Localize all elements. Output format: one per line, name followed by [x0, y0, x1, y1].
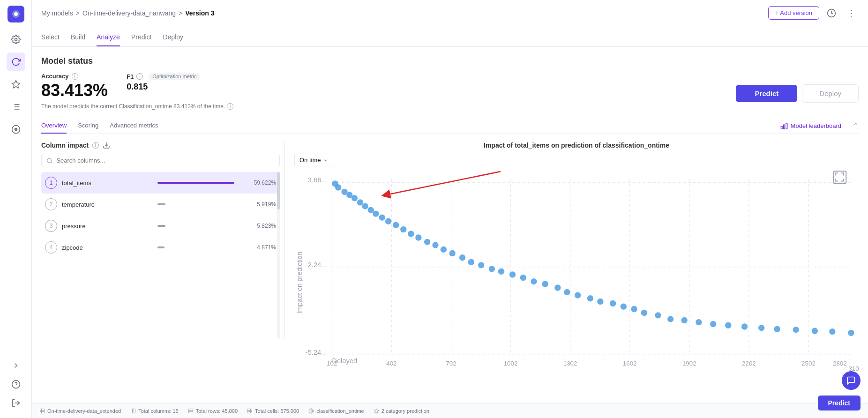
svg-point-66 [424, 239, 430, 245]
column-name-2: temperature [62, 201, 153, 208]
column-list: 1 total_items 59.622% 2 temperature [41, 172, 280, 338]
sidebar-item-list[interactable] [7, 97, 25, 116]
sidebar-item-automl[interactable] [7, 52, 25, 71]
column-name-4: zipcode [62, 244, 153, 251]
add-version-button[interactable]: + Add version [768, 6, 819, 20]
svg-point-3 [15, 38, 17, 41]
chart-panel: Impact of total_items on prediction of c… [285, 142, 859, 338]
column-impact-title: Column impact i [41, 142, 280, 149]
svg-point-95 [758, 325, 764, 331]
scrollbar-track [277, 172, 280, 338]
svg-text:2202: 2202 [742, 360, 756, 367]
svg-point-87 [641, 310, 647, 316]
f1-label: F1 [127, 73, 134, 80]
sidebar-bottom [7, 356, 25, 412]
column-bar-2-container [157, 203, 248, 205]
svg-point-65 [415, 234, 421, 240]
svg-text:402: 402 [386, 360, 397, 367]
analysis-tab-advanced[interactable]: Advanced metrics [110, 118, 158, 134]
search-input[interactable] [56, 157, 275, 164]
svg-point-98 [812, 328, 818, 334]
accuracy-label: Accuracy [41, 73, 69, 80]
svg-point-56 [357, 199, 363, 205]
column-impact-panel: Column impact i 1 total_items [41, 142, 285, 338]
svg-point-83 [597, 299, 603, 305]
analysis-tab-overview[interactable]: Overview [41, 118, 67, 134]
sidebar-item-star[interactable] [7, 75, 25, 94]
svg-point-57 [362, 203, 368, 209]
svg-point-52 [335, 184, 341, 190]
breadcrumb-models[interactable]: My models [41, 9, 73, 17]
chart-title: Impact of total_items on prediction of c… [294, 142, 859, 149]
top-action-buttons: Predict Deploy [736, 84, 859, 103]
svg-point-58 [368, 207, 374, 213]
svg-point-100 [848, 330, 854, 336]
sidebar-item-record[interactable] [7, 120, 25, 139]
target-icon [308, 408, 314, 414]
svg-point-55 [352, 195, 358, 201]
more-menu-button[interactable]: ⋮ [844, 6, 859, 21]
tab-select[interactable]: Select [41, 29, 60, 46]
column-impact-info-icon[interactable]: i [92, 142, 99, 149]
analysis-tab-scoring[interactable]: Scoring [78, 118, 98, 134]
predict-button-main[interactable]: Predict [736, 85, 797, 102]
download-icon[interactable] [103, 142, 110, 149]
column-pct-2: 5.919% [253, 201, 276, 208]
column-item[interactable]: 4 zipcode 4.871% [41, 237, 280, 258]
column-num-1: 1 [45, 177, 57, 189]
column-item[interactable]: 3 pressure 5.823% [41, 215, 280, 237]
svg-point-64 [408, 231, 414, 237]
svg-text:1602: 1602 [623, 360, 637, 367]
sidebar [0, 0, 32, 418]
tab-build[interactable]: Build [71, 29, 85, 46]
sidebar-item-logout[interactable] [7, 394, 25, 412]
metrics-row: Accuracy i 83.413% F1 i Optimization met… [41, 73, 233, 100]
chart-svg: 3.66... -2.24... -5.24... Impact on pred… [294, 169, 859, 371]
column-bar-1 [157, 182, 234, 184]
panels-row: Column impact i 1 total_items [41, 142, 859, 338]
accuracy-info-icon[interactable]: i [72, 73, 78, 80]
svg-point-62 [393, 222, 399, 228]
history-button[interactable] [824, 6, 839, 21]
chat-button[interactable] [842, 371, 861, 390]
svg-point-89 [667, 316, 673, 322]
columns-icon [130, 408, 136, 414]
model-description: The model predicts the correct Classific… [41, 103, 233, 110]
svg-point-69 [449, 250, 455, 256]
tab-analyze[interactable]: Analyze [97, 29, 120, 46]
column-bar-4-container [157, 246, 248, 248]
chart-dropdown-button[interactable]: On time [294, 154, 333, 166]
svg-point-72 [478, 262, 484, 268]
svg-text:1302: 1302 [563, 360, 577, 367]
svg-point-96 [774, 326, 780, 332]
svg-point-70 [459, 254, 465, 261]
tab-deploy[interactable]: Deploy [163, 29, 183, 46]
deploy-button-main[interactable]: Deploy [802, 84, 859, 103]
svg-point-91 [696, 319, 702, 325]
svg-point-90 [681, 317, 687, 323]
predict-button-footer[interactable]: Predict [818, 396, 861, 411]
model-leaderboard-link[interactable]: Model leaderboard [780, 122, 841, 130]
column-bar-3-container [157, 225, 248, 227]
svg-rect-112 [188, 409, 193, 413]
f1-info-icon[interactable]: i [136, 73, 143, 80]
svg-point-59 [373, 210, 379, 216]
model-status-title: Model status [41, 56, 233, 66]
sidebar-item-settings[interactable] [7, 30, 25, 49]
sidebar-item-expand[interactable] [7, 356, 25, 375]
chart-area: 3.66... -2.24... -5.24... Impact on pred… [294, 169, 859, 371]
column-item[interactable]: 2 temperature 5.919% [41, 194, 280, 215]
svg-rect-115 [248, 409, 252, 413]
status-columns: Total columns: 15 [130, 408, 179, 414]
svg-text:Impact on prediction: Impact on prediction [296, 252, 303, 314]
optimization-badge: Optimization metric [149, 73, 200, 80]
breadcrumb-dataset[interactable]: On-time-delivery-data_nanwang [82, 9, 176, 17]
svg-rect-109 [131, 409, 135, 413]
scrollbar-thumb[interactable] [277, 172, 280, 209]
desc-info-icon[interactable]: i [227, 103, 233, 110]
tab-predict[interactable]: Predict [131, 29, 152, 46]
collapse-button[interactable]: ⌃ [853, 121, 859, 130]
sidebar-item-help[interactable] [7, 375, 25, 394]
svg-point-99 [829, 328, 835, 335]
column-item[interactable]: 1 total_items 59.622% [41, 172, 280, 194]
